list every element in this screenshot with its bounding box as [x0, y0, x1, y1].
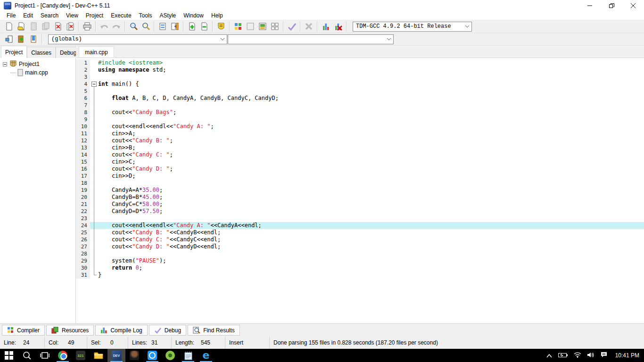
code-line[interactable]: 26 cout<<"Candy C: "<<CandyC<<endl; — [76, 236, 644, 243]
green-app-icon[interactable] — [161, 349, 179, 362]
menu-item-edit[interactable]: Edit — [19, 11, 37, 20]
editor-tab-maincpp[interactable]: main.cpp — [79, 46, 114, 58]
tab-find-results[interactable]: Find Results — [188, 325, 240, 336]
save-all-icon[interactable] — [40, 21, 52, 32]
tree-item-project-label[interactable]: Project1 — [19, 61, 40, 67]
delete-profiling-icon[interactable] — [332, 21, 344, 32]
menu-item-view[interactable]: View — [62, 11, 82, 20]
code-line[interactable]: 7 — [76, 102, 644, 109]
code-line[interactable]: 4int main() { — [76, 81, 644, 88]
add-to-project-icon[interactable] — [186, 21, 198, 32]
goto-bookmark-icon[interactable] — [27, 33, 40, 45]
code-line[interactable]: 27 cout<<"Candy D: "<<CandyD<<endl; — [76, 243, 644, 250]
code-line[interactable]: 22 CandyD=D*57.50; — [76, 208, 644, 215]
menu-item-search[interactable]: Search — [37, 11, 62, 20]
tab-compile-log[interactable]: Compile Log — [95, 325, 147, 336]
code-line[interactable]: 29 system("PAUSE"); — [76, 257, 644, 264]
code-line[interactable]: 20 CandyB=B*45.00; — [76, 194, 644, 201]
code-line[interactable]: 17 cin>>D; — [76, 173, 644, 180]
compile-icon[interactable] — [232, 21, 244, 32]
fold-toggle-icon[interactable] — [90, 81, 98, 88]
print-icon[interactable] — [81, 21, 93, 32]
code-line[interactable]: 30 return 0; — [76, 264, 644, 272]
menu-item-help[interactable]: Help — [207, 11, 227, 20]
open-file-icon[interactable] — [15, 21, 27, 32]
new-file-icon[interactable] — [3, 21, 15, 32]
notepad-icon[interactable] — [179, 349, 197, 362]
compile-and-run-icon[interactable] — [256, 21, 269, 32]
code-line[interactable]: 5 — [76, 88, 644, 95]
code-line[interactable]: 31} — [76, 272, 644, 279]
tree-item-project[interactable]: Project1 — [0, 60, 75, 68]
tab-debug[interactable]: Debug — [149, 325, 186, 336]
code-area[interactable]: 1#include <iostream>2using namespace std… — [76, 58, 644, 323]
tab-project[interactable]: Project — [1, 46, 27, 58]
code-line[interactable]: 9 — [76, 116, 644, 123]
code-line[interactable]: 25 cout<<"Candy B: "<<CandyB<<endl; — [76, 229, 644, 236]
battery-icon[interactable] — [558, 351, 568, 360]
code-line[interactable]: 18 — [76, 180, 644, 187]
syntax-check-icon[interactable] — [286, 21, 298, 32]
code-line[interactable]: 16 cout<<"Candy D: "; — [76, 165, 644, 173]
tab-classes[interactable]: Classes — [27, 47, 56, 58]
file-explorer-icon[interactable] — [90, 349, 107, 362]
chrome-icon[interactable] — [54, 349, 72, 362]
close-icon[interactable] — [52, 21, 64, 32]
hidden-icons-chevron[interactable] — [546, 351, 552, 360]
toggle-bookmark-icon[interactable] — [15, 33, 27, 45]
insert-icon[interactable] — [3, 33, 15, 45]
code-line[interactable]: 2using namespace std; — [76, 66, 644, 74]
redo-icon[interactable] — [110, 21, 123, 32]
close-all-icon[interactable] — [64, 21, 76, 32]
close-button[interactable] — [622, 0, 644, 11]
code-line[interactable]: 24 cout<<endl<<endl<<"Candy A: "<<CandyA… — [76, 222, 644, 229]
find-in-files-icon[interactable] — [140, 21, 152, 32]
start-button[interactable] — [0, 349, 18, 362]
code-line[interactable]: 19 CandyA=A*35.00; — [76, 187, 644, 194]
minimize-button[interactable] — [579, 0, 601, 11]
menu-item-tools[interactable]: Tools — [135, 11, 156, 20]
blue-circle-app-icon[interactable] — [143, 349, 161, 362]
find-icon[interactable] — [127, 21, 140, 32]
photos-app-icon[interactable] — [125, 349, 143, 362]
remove-from-project-icon[interactable] — [198, 21, 210, 32]
dev-cpp-icon[interactable]: DEV — [107, 349, 125, 362]
code-line[interactable]: 15 cin>>C; — [76, 158, 644, 165]
code-line[interactable]: 23 — [76, 215, 644, 222]
tab-compiler[interactable]: Compiler — [2, 325, 45, 336]
search-button[interactable] — [18, 349, 36, 362]
tab-resources[interactable]: Resources — [46, 325, 94, 336]
replace-icon[interactable] — [157, 21, 169, 32]
run-icon[interactable] — [244, 21, 256, 32]
code-line[interactable]: 21 CandyC=C*58.00; — [76, 201, 644, 208]
title-bar[interactable]: Project1 - [Candy.dev] - Dev-C++ 5.11 — [0, 0, 644, 11]
menu-item-file[interactable]: File — [3, 11, 19, 20]
compiler-select[interactable]: TDM-GCC 4.9.2 64-bit Release — [353, 22, 472, 32]
code-line[interactable]: 14 cout<<"Candy C: "; — [76, 151, 644, 158]
wifi-icon[interactable] — [574, 351, 581, 360]
code-line[interactable]: 11 cin>>A; — [76, 130, 644, 137]
code-line[interactable]: 28 — [76, 250, 644, 257]
action-center-icon[interactable] — [601, 351, 607, 360]
code-line[interactable]: 8 cout<<"Candy Bags"; — [76, 109, 644, 116]
menu-item-project[interactable]: Project — [82, 11, 107, 20]
code-line[interactable]: 3 — [76, 74, 644, 81]
code-line[interactable]: 13 cin>>B; — [76, 144, 644, 151]
globals-select[interactable]: (globals) — [48, 34, 227, 44]
undo-icon[interactable] — [98, 21, 110, 32]
menu-item-window[interactable]: Window — [180, 11, 207, 20]
restore-button[interactable] — [601, 0, 622, 11]
tree-item-maincpp-label[interactable]: main.cpp — [25, 69, 48, 76]
rebuild-all-icon[interactable] — [269, 21, 281, 32]
taskbar-clock[interactable]: 10:41 PM — [615, 352, 639, 359]
menu-item-astyle[interactable]: AStyle — [156, 11, 180, 20]
media-player-icon[interactable]: 321 — [72, 349, 90, 362]
tree-item-maincpp[interactable]: main.cpp — [0, 68, 75, 77]
code-line[interactable]: 6 float A, B, C, D, CandyA, CandyB, Cand… — [76, 95, 644, 102]
members-select[interactable] — [228, 34, 394, 44]
task-view-button[interactable] — [36, 349, 54, 362]
goto-line-icon[interactable] — [169, 21, 181, 32]
code-line[interactable]: 12 cout<<"Candy B: "; — [76, 137, 644, 144]
code-line[interactable]: 10 cout<<endl<<endl<<"Candy A: "; — [76, 123, 644, 130]
code-line[interactable]: 1#include <iostream> — [76, 59, 644, 66]
